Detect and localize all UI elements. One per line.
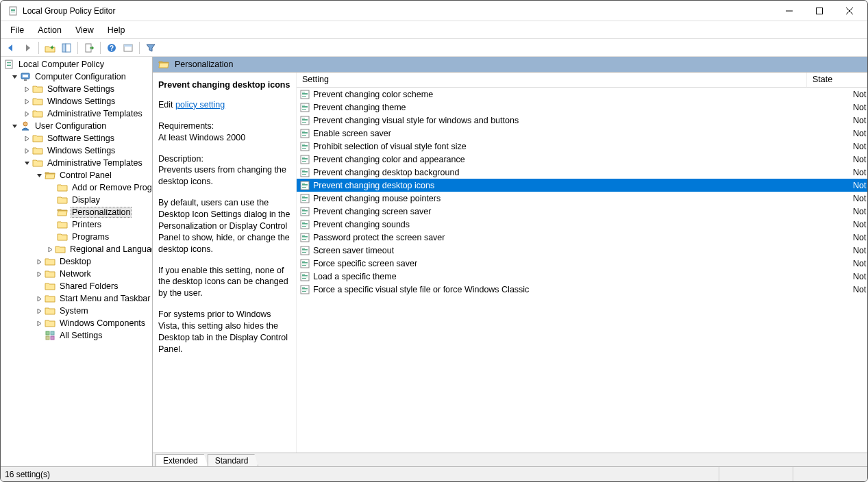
list-rows[interactable]: Prevent changing color schemeNot configu…	[297, 88, 867, 453]
expander-icon[interactable]	[35, 307, 43, 315]
expander-icon[interactable]	[23, 97, 31, 105]
setting-icon	[299, 154, 310, 165]
tree-node-add-remove[interactable]: Add or Remove Programs	[1, 181, 153, 194]
setting-state: Not configured	[853, 233, 867, 242]
tree-label: Computer Configuration	[34, 72, 127, 81]
settings-row[interactable]: Force a specific visual style file or fo…	[297, 283, 867, 296]
tree-node-uc-windows[interactable]: Windows Settings	[1, 144, 153, 157]
expander-icon[interactable]	[35, 270, 43, 278]
filter-icon	[145, 42, 156, 53]
tree-label: Display	[71, 195, 101, 205]
expander-icon[interactable]	[23, 147, 31, 155]
tree-node-shared-folders[interactable]: Shared Folders	[1, 280, 153, 292]
column-setting[interactable]: Setting	[297, 73, 807, 87]
folder-icon	[57, 182, 68, 193]
close-button[interactable]	[834, 1, 865, 21]
expander-icon[interactable]	[23, 159, 31, 167]
properties-icon	[123, 42, 134, 53]
tree-label: Administrative Templates	[46, 158, 144, 168]
expander-icon[interactable]	[23, 134, 31, 142]
help-button[interactable]	[104, 40, 119, 55]
filter-button[interactable]	[143, 40, 158, 55]
tree-label: Add or Remove Programs	[71, 183, 153, 192]
setting-name: Prohibit selection of visual style font …	[313, 142, 853, 151]
up-button[interactable]	[42, 40, 58, 55]
tree-node-programs[interactable]: Programs	[1, 231, 153, 243]
tree-node-root[interactable]: Local Computer Policy	[1, 58, 153, 71]
tree-node-regional[interactable]: Regional and Language Options	[1, 243, 153, 255]
show-hide-tree-button[interactable]	[59, 40, 74, 55]
settings-row[interactable]: Force specific screen saverNot configure…	[297, 257, 867, 270]
setting-state: Not configured	[853, 181, 867, 190]
settings-row[interactable]: Prevent changing soundsNot configured	[297, 218, 867, 231]
tree-node-network[interactable]: Network	[1, 268, 153, 280]
tree-node-cc-windows[interactable]: Windows Settings	[1, 95, 153, 107]
settings-row[interactable]: Prevent changing mouse pointersNot confi…	[297, 192, 867, 205]
expander-icon[interactable]	[47, 245, 53, 253]
tree-node-printers[interactable]: Printers	[1, 218, 153, 231]
tree-node-computer-config[interactable]: Computer Configuration	[1, 71, 153, 83]
tree-node-display[interactable]: Display	[1, 194, 153, 206]
tab-extended[interactable]: Extended	[156, 454, 208, 466]
content-body: Prevent changing desktop icons Edit poli…	[153, 72, 867, 453]
tree-node-cc-admin[interactable]: Administrative Templates	[1, 107, 153, 120]
settings-row[interactable]: Prevent changing desktop backgroundNot c…	[297, 166, 867, 179]
expander-icon[interactable]	[10, 122, 18, 130]
settings-row[interactable]: Prevent changing color and appearanceNot…	[297, 153, 867, 166]
tree-node-system[interactable]: System	[1, 305, 153, 317]
tree-node-personalization[interactable]: Personalization	[1, 206, 153, 218]
folder-icon	[45, 305, 55, 316]
menu-action[interactable]: Action	[31, 23, 69, 37]
minimize-button[interactable]	[774, 1, 804, 21]
tree-label: Windows Settings	[46, 97, 116, 106]
setting-icon	[299, 271, 310, 282]
settings-row[interactable]: Prevent changing screen saverNot configu…	[297, 205, 867, 218]
properties-button[interactable]	[121, 40, 136, 55]
content-header: Personalization	[153, 57, 867, 72]
folder-icon	[32, 108, 43, 119]
settings-row[interactable]: Prevent changing visual style for window…	[297, 114, 867, 127]
panes-icon	[61, 42, 72, 53]
back-button[interactable]	[3, 40, 18, 55]
export-list-button[interactable]	[82, 40, 97, 55]
tab-standard[interactable]: Standard	[208, 454, 259, 466]
settings-row[interactable]: Password protect the screen saverNot con…	[297, 231, 867, 244]
expander-icon[interactable]	[35, 319, 43, 327]
tree-node-user-config[interactable]: User Configuration	[1, 120, 153, 132]
expander-icon[interactable]	[35, 294, 43, 303]
menu-file[interactable]: File	[3, 23, 31, 37]
tree-node-start-menu[interactable]: Start Menu and Taskbar	[1, 292, 153, 305]
setting-name: Prevent changing color scheme	[313, 90, 853, 99]
settings-row[interactable]: Screen saver timeoutNot configured	[297, 244, 867, 257]
edit-policy-link[interactable]: policy setting	[175, 100, 225, 110]
tree-node-windows-components[interactable]: Windows Components	[1, 317, 153, 329]
menu-help[interactable]: Help	[101, 23, 132, 37]
settings-row[interactable]: Prohibit selection of visual style font …	[297, 140, 867, 153]
expander-icon[interactable]	[23, 85, 31, 93]
settings-row[interactable]: Prevent changing themeNot configured	[297, 101, 867, 114]
tree-pane[interactable]: Local Computer Policy Computer Configura…	[1, 57, 153, 466]
menu-view[interactable]: View	[69, 23, 101, 37]
tree-node-cc-software[interactable]: Software Settings	[1, 83, 153, 95]
settings-row[interactable]: Prevent changing color schemeNot configu…	[297, 88, 867, 101]
maximize-button[interactable]	[804, 1, 834, 21]
tree-node-control-panel[interactable]: Control Panel	[1, 169, 153, 181]
expander-icon[interactable]	[10, 73, 18, 81]
back-icon	[5, 42, 16, 53]
settings-row[interactable]: Load a specific themeNot configured	[297, 270, 867, 283]
tree-node-uc-software[interactable]: Software Settings	[1, 132, 153, 144]
setting-icon	[299, 206, 310, 217]
settings-row[interactable]: Prevent changing desktop iconsNot config…	[297, 179, 867, 192]
settings-row[interactable]: Enable screen saverNot configured	[297, 127, 867, 140]
expander-icon[interactable]	[23, 110, 31, 118]
expander-icon[interactable]	[35, 257, 43, 266]
column-state[interactable]: State	[807, 73, 867, 87]
window-title: Local Group Policy Editor	[23, 6, 774, 16]
forward-icon	[22, 42, 33, 53]
tree-node-uc-admin[interactable]: Administrative Templates	[1, 157, 153, 169]
forward-button[interactable]	[20, 40, 35, 55]
tree-label: Printers	[71, 220, 103, 229]
tree-node-all-settings[interactable]: All Settings	[1, 329, 153, 342]
expander-icon[interactable]	[35, 171, 43, 179]
tree-node-desktop[interactable]: Desktop	[1, 255, 153, 268]
